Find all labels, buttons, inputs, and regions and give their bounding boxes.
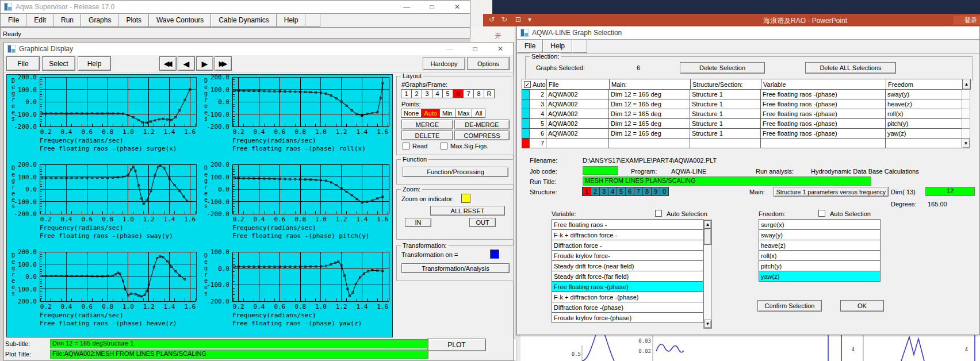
main-selector-button[interactable]: Structure 1 parameters versus frequency (774, 187, 889, 197)
hardcopy-button[interactable]: Hardcopy (423, 57, 465, 70)
structure-7[interactable]: 7 (634, 187, 643, 196)
table-row[interactable]: 5AQWA002Dirn 12 = 165 degStructure 1Free… (522, 118, 975, 129)
table-cell[interactable]: Free floating raos -(phase) (760, 128, 886, 139)
table-cell[interactable]: Structure 1 (690, 128, 761, 139)
table-row[interactable]: 6AQWA002Dirn 12 = 165 degStructure 1Free… (522, 128, 975, 139)
structure-0[interactable]: 0 (660, 187, 669, 196)
variable-item-free-floating-raos-phase-[interactable]: Free floating raos -(phase) (552, 281, 703, 292)
table-cell[interactable] (546, 138, 609, 148)
variable-item-steady-drift-force-far-field-[interactable]: Steady drift force-(far field) (552, 271, 703, 282)
table-scroll-up[interactable]: ▲ (962, 79, 971, 90)
table-cell[interactable]: Free floating raos -(phase) (760, 109, 886, 119)
dirn-field[interactable]: 12 (925, 187, 975, 196)
row-number-cell[interactable]: 3 (529, 99, 546, 109)
zoom-indicator-swatch[interactable] (461, 194, 470, 203)
structure-4[interactable]: 4 (608, 187, 617, 196)
freedom-item-yaw-z-[interactable]: yaw(z) (759, 271, 881, 282)
menu-file[interactable]: File (1, 14, 26, 27)
variable-item-diffraction-force-phase-[interactable]: Diffraction force -(phase) (552, 302, 703, 313)
table-cell[interactable]: Free floating raos -(phase) (760, 99, 886, 109)
table-cell[interactable]: Dirn 12 = 165 deg (608, 128, 690, 139)
fast-forward-icon[interactable]: ▶▶ (215, 56, 232, 71)
table-cell[interactable]: Free floating raos -(phase) (760, 118, 886, 129)
variable-auto-selection-checkbox[interactable] (655, 210, 662, 217)
read-checkbox[interactable] (403, 143, 409, 149)
table-cell[interactable]: Dirn 12 = 165 deg (608, 118, 690, 129)
gd-menu-file[interactable]: File (6, 56, 40, 71)
table-cell[interactable] (760, 138, 886, 148)
rewind-icon[interactable]: ◀◀ (159, 56, 177, 71)
structure-5[interactable]: 5 (617, 187, 626, 196)
table-cell[interactable]: heave(z) (885, 99, 962, 109)
merge-button[interactable]: MERGE (401, 120, 453, 129)
graphs-frame-4[interactable]: 4 (432, 89, 443, 98)
maximize-icon[interactable]: □ (462, 43, 488, 55)
redo-icon[interactable]: ↻ (502, 16, 507, 24)
scroll-thumb[interactable] (704, 229, 711, 245)
table-cell[interactable]: pitch(y) (885, 118, 962, 129)
menu-plots[interactable]: Plots (118, 14, 149, 27)
table-cell[interactable]: Free floating raos -(phase) (760, 89, 886, 99)
table-row[interactable]: 3AQWA002Dirn 12 = 165 degStructure 1Free… (522, 99, 975, 109)
graphs-frame-6[interactable]: 6 (453, 89, 464, 98)
variable-item-froude-krylov-force-phase-[interactable]: Froude krylov force-(phase) (552, 312, 703, 323)
subtitle-field[interactable]: Dirn 12 = 165 degStructure 1 (50, 339, 428, 348)
step-forward-icon[interactable]: ▶ (196, 56, 213, 71)
close-icon[interactable]: ✕ (488, 43, 513, 55)
step-back-icon[interactable]: ◀ (178, 56, 195, 71)
maxsigfigs-checkbox[interactable] (441, 143, 447, 149)
graphs-frame-3[interactable]: 3 (422, 89, 432, 98)
graphs-frame-r[interactable]: R (484, 89, 495, 98)
menu-run[interactable]: Run (53, 14, 81, 27)
variable-item-free-floating-raos-[interactable]: Free floating raos - (552, 219, 703, 230)
points-auto[interactable]: Auto (421, 109, 440, 118)
points-none[interactable]: None (401, 109, 422, 118)
table-cell[interactable]: Structure 1 (690, 109, 761, 119)
structure-2[interactable]: 2 (591, 187, 600, 196)
row-number-cell[interactable]: 5 (529, 118, 546, 129)
graphs-frame-2[interactable]: 2 (411, 89, 422, 98)
all-reset-button[interactable]: ALL RESET (430, 206, 505, 216)
plot-title-field[interactable]: File:AQWA002:MESH FROM LINES PLANS/SCALI… (50, 350, 428, 359)
row-number-cell[interactable]: 6 (529, 128, 546, 139)
function-processing-button[interactable]: Function/Processing (403, 167, 508, 177)
aqwa-menu-help[interactable]: Help (543, 40, 572, 53)
ok-button[interactable]: OK (840, 300, 884, 312)
table-row[interactable]: 7▼ (522, 138, 975, 148)
delete-selection-button[interactable]: Delete Selection (680, 62, 765, 74)
table-cell[interactable]: AQWA002 (546, 99, 609, 109)
table-cell[interactable]: Dirn 12 = 165 deg (608, 109, 690, 119)
table-scroll-track[interactable] (962, 109, 970, 119)
table-cell[interactable]: Structure 1 (690, 99, 761, 109)
table-scroll-down[interactable]: ▼ (962, 138, 970, 148)
freedom-item-sway-y-[interactable]: sway(y) (759, 229, 881, 240)
table-scroll-track[interactable] (962, 99, 970, 109)
zoom-in-button[interactable]: IN (405, 218, 431, 227)
table-cell[interactable] (690, 138, 761, 148)
maximize-icon[interactable]: □ (419, 1, 445, 13)
sign-in-button[interactable]: 登录 (954, 16, 980, 25)
menu-wave-contours[interactable]: Wave Contours (149, 14, 211, 27)
variable-item-f-k-diffraction-force-phase-[interactable]: F-k + diffraction force -(phase) (552, 291, 703, 302)
delete-button[interactable]: DELETE (401, 130, 453, 140)
table-row[interactable]: 4AQWA002Dirn 12 = 165 degStructure 1Free… (522, 109, 975, 119)
table-scroll-track[interactable] (962, 89, 970, 99)
freedom-item-pitch-y-[interactable]: pitch(y) (759, 260, 881, 271)
freedom-item-heave-z-[interactable]: heave(z) (759, 240, 881, 251)
table-scroll-track[interactable] (962, 128, 970, 139)
table-cell[interactable]: AQWA002 (546, 89, 609, 99)
confirm-selection-button[interactable]: Confirm Selection (757, 300, 822, 312)
structure-3[interactable]: 3 (599, 187, 608, 196)
points-min[interactable]: Min (439, 109, 455, 118)
freedom-auto-selection-checkbox[interactable] (818, 210, 825, 217)
variable-item-steady-drift-force-near-field-[interactable]: Steady drift force-(near field) (552, 260, 703, 271)
variable-item-diffraction-force-[interactable]: Diffraction force - (552, 240, 703, 251)
table-cell[interactable] (608, 138, 690, 148)
scroll-up-icon[interactable]: ▲ (704, 220, 711, 229)
gd-menu-select[interactable]: Select (42, 56, 75, 71)
variable-item-froude-krylov-force-[interactable]: Froude krylov force- (552, 250, 703, 261)
transformation-analysis-button[interactable]: Transformation/Analysis (401, 263, 510, 273)
ribbon-tab-partial[interactable]: 开 (495, 31, 502, 41)
points-all[interactable]: All (472, 109, 485, 118)
graphs-frame-8[interactable]: 8 (473, 89, 484, 98)
